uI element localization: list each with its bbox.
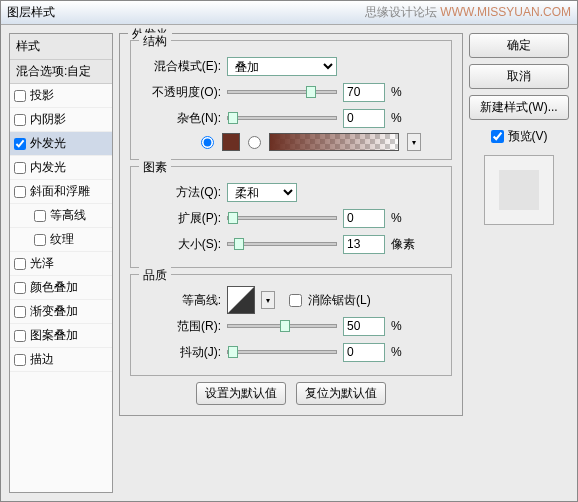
style-item-label: 等高线 <box>50 207 86 224</box>
jitter-label: 抖动(J): <box>141 344 221 361</box>
spread-input[interactable] <box>343 209 385 228</box>
noise-input[interactable] <box>343 109 385 128</box>
style-item[interactable]: 等高线 <box>10 204 112 228</box>
right-panel: 确定 取消 新建样式(W)... 预览(V) <box>469 33 569 493</box>
noise-slider[interactable] <box>227 116 337 120</box>
ok-button[interactable]: 确定 <box>469 33 569 58</box>
size-input[interactable] <box>343 235 385 254</box>
watermark: 思缘设计论坛 WWW.MISSYUAN.COM <box>365 4 571 21</box>
style-checkbox[interactable] <box>14 282 26 294</box>
style-item-label: 渐变叠加 <box>30 303 78 320</box>
style-checkbox[interactable] <box>34 210 46 222</box>
set-default-button[interactable]: 设置为默认值 <box>196 382 286 405</box>
style-item[interactable]: 外发光 <box>10 132 112 156</box>
jitter-unit: % <box>391 345 402 359</box>
antialias-label: 消除锯齿(L) <box>308 292 371 309</box>
antialias-checkbox[interactable] <box>289 294 302 307</box>
style-item-label: 投影 <box>30 87 54 104</box>
style-item-label: 外发光 <box>30 135 66 152</box>
style-item[interactable]: 颜色叠加 <box>10 276 112 300</box>
gradient-dropdown-icon[interactable]: ▾ <box>407 133 421 151</box>
preview-checkbox[interactable] <box>491 130 504 143</box>
range-slider[interactable] <box>227 324 337 328</box>
noise-unit: % <box>391 111 402 125</box>
style-checkbox[interactable] <box>14 354 26 366</box>
style-checkbox[interactable] <box>14 258 26 270</box>
style-checkbox[interactable] <box>34 234 46 246</box>
quality-title: 品质 <box>139 267 171 284</box>
style-item[interactable]: 内阴影 <box>10 108 112 132</box>
spread-label: 扩展(P): <box>141 210 221 227</box>
opacity-slider[interactable] <box>227 90 337 94</box>
styles-header: 样式 <box>10 34 112 60</box>
color-swatch[interactable] <box>222 133 240 151</box>
contour-picker[interactable] <box>227 286 255 314</box>
style-item-label: 颜色叠加 <box>30 279 78 296</box>
style-checkbox[interactable] <box>14 90 26 102</box>
technique-label: 方法(Q): <box>141 184 221 201</box>
layer-style-dialog: 图层样式 思缘设计论坛 WWW.MISSYUAN.COM 样式 混合选项:自定 … <box>0 0 578 502</box>
spread-slider[interactable] <box>227 216 337 220</box>
jitter-slider[interactable] <box>227 350 337 354</box>
style-item[interactable]: 光泽 <box>10 252 112 276</box>
contour-dropdown-icon[interactable]: ▾ <box>261 291 275 309</box>
style-item[interactable]: 图案叠加 <box>10 324 112 348</box>
style-item-label: 光泽 <box>30 255 54 272</box>
style-item[interactable]: 渐变叠加 <box>10 300 112 324</box>
preview-box <box>484 155 554 225</box>
cancel-button[interactable]: 取消 <box>469 64 569 89</box>
jitter-input[interactable] <box>343 343 385 362</box>
structure-title: 结构 <box>139 33 171 50</box>
blend-options-header[interactable]: 混合选项:自定 <box>10 60 112 84</box>
opacity-unit: % <box>391 85 402 99</box>
titlebar: 图层样式 思缘设计论坛 WWW.MISSYUAN.COM <box>1 1 577 25</box>
reset-default-button[interactable]: 复位为默认值 <box>296 382 386 405</box>
contour-label: 等高线: <box>141 292 221 309</box>
style-checkbox[interactable] <box>14 306 26 318</box>
gradient-bar[interactable] <box>269 133 399 151</box>
style-item-label: 描边 <box>30 351 54 368</box>
elements-title: 图素 <box>139 159 171 176</box>
style-checkbox[interactable] <box>14 186 26 198</box>
style-item-label: 斜面和浮雕 <box>30 183 90 200</box>
technique-select[interactable]: 柔和 <box>227 183 297 202</box>
gradient-radio[interactable] <box>248 136 261 149</box>
noise-label: 杂色(N): <box>141 110 221 127</box>
style-item-label: 图案叠加 <box>30 327 78 344</box>
opacity-input[interactable] <box>343 83 385 102</box>
style-item[interactable]: 描边 <box>10 348 112 372</box>
style-checkbox[interactable] <box>14 114 26 126</box>
style-item-label: 内发光 <box>30 159 66 176</box>
spread-unit: % <box>391 211 402 225</box>
size-unit: 像素 <box>391 236 415 253</box>
range-unit: % <box>391 319 402 333</box>
style-checkbox[interactable] <box>14 162 26 174</box>
style-item[interactable]: 纹理 <box>10 228 112 252</box>
blend-mode-select[interactable]: 叠加 <box>227 57 337 76</box>
opacity-label: 不透明度(O): <box>141 84 221 101</box>
range-input[interactable] <box>343 317 385 336</box>
range-label: 范围(R): <box>141 318 221 335</box>
window-title: 图层样式 <box>7 4 55 21</box>
preview-label: 预览(V) <box>508 128 548 145</box>
size-label: 大小(S): <box>141 236 221 253</box>
size-slider[interactable] <box>227 242 337 246</box>
blend-mode-label: 混合模式(E): <box>141 58 221 75</box>
color-radio[interactable] <box>201 136 214 149</box>
style-item-label: 内阴影 <box>30 111 66 128</box>
style-checkbox[interactable] <box>14 330 26 342</box>
styles-list: 样式 混合选项:自定 投影内阴影外发光内发光斜面和浮雕等高线纹理光泽颜色叠加渐变… <box>9 33 113 493</box>
style-item-label: 纹理 <box>50 231 74 248</box>
style-item[interactable]: 投影 <box>10 84 112 108</box>
style-item[interactable]: 斜面和浮雕 <box>10 180 112 204</box>
style-item[interactable]: 内发光 <box>10 156 112 180</box>
settings-panel: 外发光 结构 混合模式(E): 叠加 不透明度(O): % 杂色(N): <box>119 33 463 493</box>
new-style-button[interactable]: 新建样式(W)... <box>469 95 569 120</box>
style-checkbox[interactable] <box>14 138 26 150</box>
